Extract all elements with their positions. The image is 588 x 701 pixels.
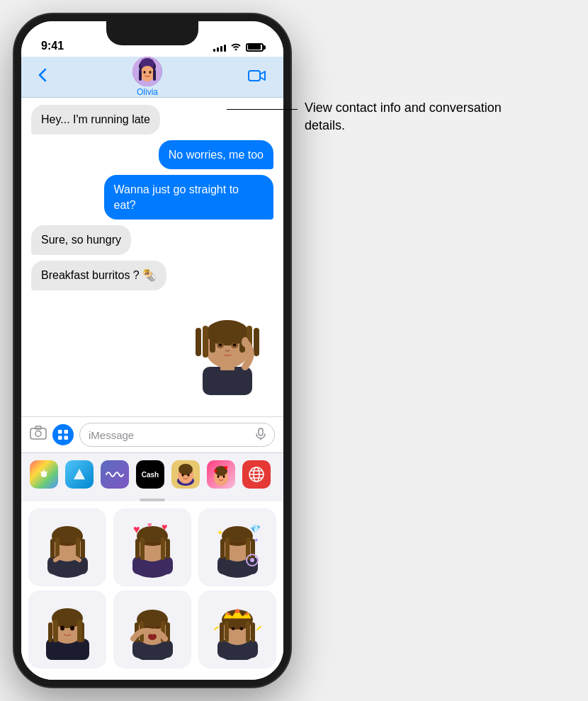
svg-rect-65 xyxy=(135,539,140,559)
svg-rect-115 xyxy=(246,621,250,642)
app-tray-icons: Cash xyxy=(21,453,283,496)
message-bubble-3: Wanna just go straight to eat? xyxy=(104,175,273,220)
wifi-icon xyxy=(230,42,242,52)
svg-point-96 xyxy=(70,625,74,630)
nav-bar: Olivia xyxy=(21,57,283,98)
status-time: 9:41 xyxy=(41,40,64,52)
svg-rect-58 xyxy=(81,539,85,559)
svg-point-117 xyxy=(239,627,243,630)
svg-text:♥: ♥ xyxy=(162,521,167,532)
svg-point-42 xyxy=(217,475,220,478)
phone-screen: 9:41 xyxy=(21,21,283,680)
svg-point-43 xyxy=(223,475,225,478)
svg-text:✦: ✦ xyxy=(217,528,223,537)
tray-world-button[interactable] xyxy=(242,460,271,489)
annotation-line xyxy=(227,109,298,110)
svg-rect-114 xyxy=(251,622,255,642)
status-icons xyxy=(213,42,264,52)
svg-rect-113 xyxy=(225,621,229,642)
svg-rect-29 xyxy=(64,430,69,434)
contact-name: Olivia xyxy=(137,87,158,97)
svg-text:♥: ♥ xyxy=(133,523,140,535)
battery-icon xyxy=(246,43,264,52)
svg-rect-66 xyxy=(140,537,145,560)
svg-rect-32 xyxy=(259,428,263,435)
memoji-sticker-grid: ♥ ♥ ♥ xyxy=(21,501,283,680)
memoji-cell-yawning[interactable] xyxy=(113,591,191,668)
svg-rect-27 xyxy=(35,426,41,429)
notch xyxy=(106,21,198,45)
tray-appstore-button[interactable] xyxy=(65,460,94,489)
memoji-cell-hearts[interactable]: ♥ ♥ ♥ xyxy=(113,508,191,586)
svg-point-37 xyxy=(179,464,193,475)
svg-point-39 xyxy=(188,474,190,477)
svg-line-122 xyxy=(257,627,261,629)
memoji-row-2 xyxy=(27,591,278,668)
svg-rect-67 xyxy=(166,539,170,559)
memoji-cell-meditating[interactable] xyxy=(28,508,106,586)
svg-text:♥: ♥ xyxy=(214,468,217,474)
svg-point-118 xyxy=(235,609,239,613)
svg-rect-68 xyxy=(161,537,165,560)
svg-point-95 xyxy=(60,625,64,630)
imessage-input[interactable]: iMessage xyxy=(79,423,275,447)
svg-point-24 xyxy=(242,337,249,347)
svg-point-5 xyxy=(149,71,152,74)
svg-rect-14 xyxy=(196,328,201,356)
messages-area[interactable]: Hey... I'm running late No worries, me t… xyxy=(21,98,283,416)
svg-text:♥: ♥ xyxy=(147,520,152,529)
svg-point-4 xyxy=(144,71,146,74)
annotation: View contact info and conversation detai… xyxy=(305,99,517,135)
camera-button[interactable] xyxy=(30,426,47,444)
svg-text:♥: ♥ xyxy=(224,464,228,472)
contact-info-button[interactable]: Olivia xyxy=(132,57,162,97)
back-button[interactable] xyxy=(33,62,52,91)
avatar xyxy=(132,57,162,86)
tray-photos-button[interactable] xyxy=(30,460,58,489)
video-call-button[interactable] xyxy=(242,63,272,91)
svg-point-120 xyxy=(245,612,248,615)
mic-icon xyxy=(256,428,266,443)
svg-rect-112 xyxy=(220,622,224,642)
svg-text:✦: ✦ xyxy=(254,537,259,544)
signal-icon xyxy=(213,43,226,52)
message-bubble-2: No worries, me too xyxy=(159,140,273,170)
tray-memoji-button[interactable] xyxy=(171,460,200,489)
svg-point-116 xyxy=(231,627,234,630)
svg-point-26 xyxy=(35,431,41,437)
svg-rect-94 xyxy=(77,620,82,642)
message-bubble-1: Hey... I'm running late xyxy=(31,105,160,135)
memoji-sticker-message xyxy=(181,296,273,395)
svg-rect-10 xyxy=(203,367,252,395)
svg-rect-78 xyxy=(225,537,230,560)
svg-rect-7 xyxy=(153,69,156,81)
svg-rect-91 xyxy=(48,622,52,642)
annotation-text: View contact info and conversation detai… xyxy=(305,99,517,135)
memoji-row-1: ♥ ♥ ♥ xyxy=(27,508,278,586)
tray-sticker-button[interactable]: ♥ ♥ xyxy=(207,460,235,489)
svg-rect-31 xyxy=(64,436,69,440)
svg-rect-77 xyxy=(220,539,225,559)
svg-point-3 xyxy=(140,66,154,81)
message-bubble-4: Sure, so hungry xyxy=(31,225,131,255)
svg-rect-30 xyxy=(58,436,62,440)
svg-rect-92 xyxy=(53,620,58,642)
svg-rect-16 xyxy=(210,324,215,353)
svg-rect-6 xyxy=(139,69,142,81)
app-tray: Cash xyxy=(21,452,283,501)
svg-rect-25 xyxy=(30,428,46,439)
svg-line-121 xyxy=(215,627,218,629)
svg-text:💎: 💎 xyxy=(250,523,261,534)
svg-point-23 xyxy=(233,343,237,346)
phone-frame: 9:41 xyxy=(14,14,290,687)
memoji-cell-crown[interactable] xyxy=(198,591,276,668)
tray-cash-button[interactable]: Cash xyxy=(136,460,164,489)
phone-wrapper: 9:41 xyxy=(14,14,290,687)
memoji-cell-sparkles[interactable]: 💎 ✦ ✦ xyxy=(198,508,276,586)
svg-point-22 xyxy=(219,343,222,346)
memoji-cell-calm[interactable] xyxy=(28,591,106,668)
tray-audio-button[interactable] xyxy=(101,460,129,489)
svg-point-85 xyxy=(250,558,254,562)
apps-button[interactable] xyxy=(52,424,74,445)
svg-point-38 xyxy=(182,474,184,477)
